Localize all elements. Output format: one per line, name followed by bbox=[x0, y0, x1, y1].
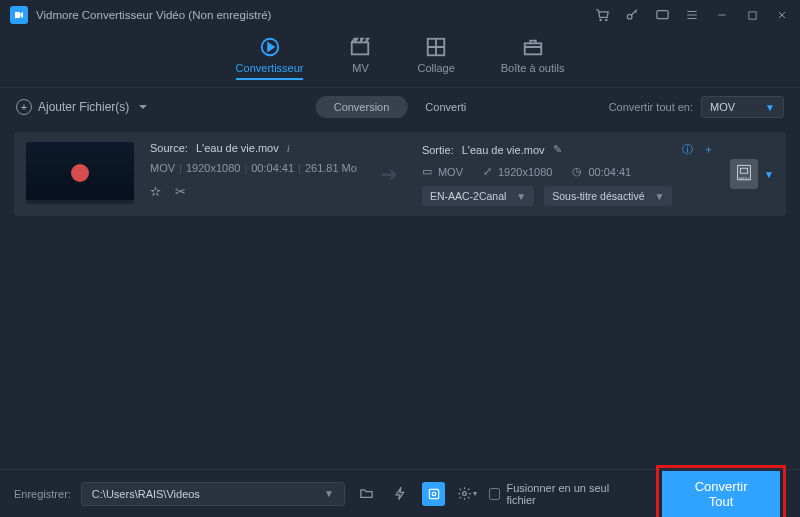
key-icon[interactable] bbox=[624, 7, 640, 23]
resolution-icon: ⤢ bbox=[483, 165, 492, 178]
gpu-accel-icon[interactable] bbox=[422, 482, 445, 506]
lightning-off-icon[interactable] bbox=[388, 482, 411, 506]
feedback-icon[interactable] bbox=[654, 7, 670, 23]
collage-icon bbox=[425, 36, 447, 58]
output-filename: L'eau de vie.mov bbox=[462, 144, 545, 156]
save-path-select[interactable]: C:\Users\RAIS\Videos ▼ bbox=[81, 482, 345, 506]
convert-all-format-value: MOV bbox=[710, 101, 735, 113]
output-format: MOV bbox=[438, 166, 463, 178]
chevron-down-icon: ▼ bbox=[516, 191, 526, 202]
convert-all-to-label: Convertir tout en: bbox=[609, 101, 693, 113]
convert-all-button[interactable]: Convertir Tout bbox=[662, 471, 780, 517]
chevron-down-icon: ▼ bbox=[654, 191, 664, 202]
svg-rect-6 bbox=[524, 43, 541, 54]
chevron-down-icon: ▼ bbox=[324, 488, 334, 499]
toolbox-icon bbox=[522, 36, 544, 58]
app-title: Vidmore Convertisseur Vidéo (Non enregis… bbox=[36, 9, 271, 21]
video-thumbnail[interactable] bbox=[26, 142, 134, 204]
subtab-converti[interactable]: Converti bbox=[407, 96, 484, 118]
convert-all-format-select[interactable]: MOV ▼ bbox=[701, 96, 784, 118]
svg-rect-10 bbox=[429, 489, 438, 498]
cart-icon[interactable] bbox=[594, 7, 610, 23]
titlebar: Vidmore Convertisseur Vidéo (Non enregis… bbox=[0, 0, 800, 30]
audio-track-value: EN-AAC-2Canal bbox=[430, 190, 506, 202]
effects-icon[interactable]: ✫ bbox=[150, 184, 161, 199]
source-size: 261.81 Mo bbox=[305, 162, 357, 174]
source-duration: 00:04:41 bbox=[251, 162, 294, 174]
tab-toolbox-label: Boîte à outils bbox=[501, 62, 565, 74]
svg-text:MOV: MOV bbox=[739, 176, 749, 181]
tab-converter[interactable]: Convertisseur bbox=[236, 36, 304, 80]
minimize-icon[interactable] bbox=[714, 7, 730, 23]
merge-label: Fusionner en un seul fichier bbox=[506, 482, 638, 506]
tab-toolbox[interactable]: Boîte à outils bbox=[501, 36, 565, 74]
svg-point-0 bbox=[627, 14, 632, 19]
svg-rect-2 bbox=[748, 11, 755, 18]
subtitle-value: Sous-titre désactivé bbox=[552, 190, 644, 202]
tab-converter-label: Convertisseur bbox=[236, 62, 304, 74]
subtitle-select[interactable]: Sous-titre désactivé ▼ bbox=[544, 186, 672, 206]
menu-icon[interactable] bbox=[684, 7, 700, 23]
app-logo-icon bbox=[10, 6, 28, 24]
main-tabs: Convertisseur MV Collage Boîte à outils bbox=[0, 30, 800, 88]
clock-icon: ◷ bbox=[572, 165, 582, 178]
rename-icon[interactable]: ✎ bbox=[553, 143, 562, 156]
source-filename: L'eau de vie.mov bbox=[196, 142, 279, 154]
audio-track-select[interactable]: EN-AAC-2Canal ▼ bbox=[422, 186, 534, 206]
add-output-icon[interactable]: ＋ bbox=[703, 142, 714, 157]
arrow-icon: ➔ bbox=[373, 162, 406, 186]
film-icon: ▭ bbox=[422, 165, 432, 178]
converter-icon bbox=[259, 36, 281, 58]
chevron-down-icon bbox=[139, 105, 147, 109]
convert-all-highlight: Convertir Tout bbox=[656, 465, 786, 518]
bottom-bar: Enregistrer: C:\Users\RAIS\Videos ▼ ▾ Fu… bbox=[0, 469, 800, 517]
save-path-value: C:\Users\RAIS\Videos bbox=[92, 488, 200, 500]
svg-rect-4 bbox=[352, 42, 369, 54]
chevron-down-icon: ▼ bbox=[765, 102, 775, 113]
subbar: + Ajouter Fichier(s) Conversion Converti… bbox=[0, 88, 800, 126]
source-column: Source: L'eau de vie.mov i MOV| 1920x108… bbox=[150, 142, 357, 199]
output-resolution: 1920x1080 bbox=[498, 166, 552, 178]
subtab-conversion[interactable]: Conversion bbox=[316, 96, 408, 118]
file-card: Source: L'eau de vie.mov i MOV| 1920x108… bbox=[14, 132, 786, 216]
chevron-down-icon[interactable]: ▼ bbox=[764, 169, 774, 180]
source-label: Source: bbox=[150, 142, 188, 154]
tab-mv[interactable]: MV bbox=[349, 36, 371, 74]
add-file-label: Ajouter Fichier(s) bbox=[38, 100, 129, 114]
plus-icon: + bbox=[16, 99, 32, 115]
info-output-icon[interactable]: ⓘ bbox=[682, 142, 693, 157]
settings-icon[interactable]: ▾ bbox=[455, 482, 478, 506]
output-duration: 00:04:41 bbox=[588, 166, 631, 178]
output-label: Sortie: bbox=[422, 144, 454, 156]
tab-collage-label: Collage bbox=[417, 62, 454, 74]
info-icon[interactable]: i bbox=[287, 142, 290, 154]
tab-collage[interactable]: Collage bbox=[417, 36, 454, 74]
source-format: MOV bbox=[150, 162, 175, 174]
tab-mv-label: MV bbox=[352, 62, 369, 74]
close-icon[interactable] bbox=[774, 7, 790, 23]
output-column: Sortie: L'eau de vie.mov ✎ ⓘ ＋ ▭MOV ⤢192… bbox=[422, 142, 714, 206]
save-to-label: Enregistrer: bbox=[14, 488, 71, 500]
sub-tabs: Conversion Converti bbox=[316, 96, 485, 118]
add-file-button[interactable]: + Ajouter Fichier(s) bbox=[16, 99, 147, 115]
output-format-badge[interactable]: MOV bbox=[730, 159, 758, 189]
open-folder-icon[interactable] bbox=[355, 482, 378, 506]
mv-icon bbox=[349, 36, 371, 58]
cut-icon[interactable]: ✂ bbox=[175, 184, 186, 199]
maximize-icon[interactable] bbox=[744, 7, 760, 23]
svg-rect-8 bbox=[741, 168, 748, 173]
merge-checkbox[interactable] bbox=[489, 488, 501, 500]
svg-point-12 bbox=[463, 492, 467, 496]
source-resolution: 1920x1080 bbox=[186, 162, 240, 174]
svg-point-11 bbox=[432, 492, 436, 496]
